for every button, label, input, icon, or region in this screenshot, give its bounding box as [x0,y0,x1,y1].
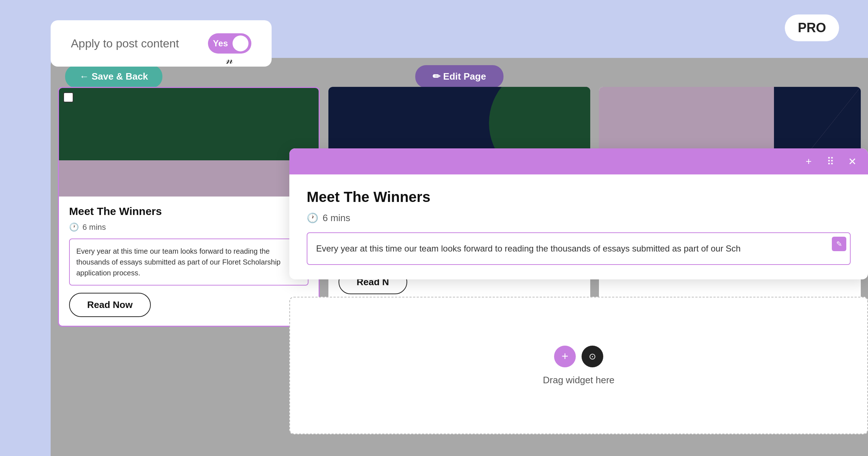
card1-content: Meet The Winners 🕐 6 mins Every year at … [59,197,319,326]
float-panel-meta: 🕐 6 mins [307,212,851,224]
float-panel-title: Meet The Winners [307,189,851,205]
float-excerpt: Every year at this time our team looks f… [316,244,741,253]
float-drag-button[interactable]: ⠿ [823,154,838,169]
float-excerpt-box[interactable]: Every year at this time our team looks f… [307,232,851,265]
pro-badge: PRO [785,14,839,41]
card1-read-time: 6 mins [82,223,106,232]
cursor-icon: 𝓃 [226,53,233,67]
apply-toggle[interactable]: Yes 𝓃 [208,33,251,54]
apply-panel: Apply to post content Yes 𝓃 [51,20,272,67]
float-edit-panel: + ⠿ ✕ Meet The Winners 🕐 6 mins Every ye… [289,148,868,279]
drop-label: Drag widget here [543,375,614,386]
edit-page-button[interactable]: ✏ Edit Page [415,65,503,88]
card1-read-now-button[interactable]: Read Now [69,293,151,317]
card1-meta: 🕐 6 mins [69,223,309,232]
clock-icon: 🕐 [69,223,79,232]
float-clock-icon: 🕐 [307,212,318,224]
card-select-checkbox[interactable] [63,92,73,102]
float-add-button[interactable]: + [801,154,816,169]
drop-zone-icons: + ⊙ [554,346,603,367]
card1-title: Meet The Winners [69,205,309,218]
float-close-button[interactable]: ✕ [845,154,859,169]
float-read-time: 6 mins [323,212,350,224]
card1-image-bottom [59,160,319,197]
toggle-label: Yes [213,38,228,48]
card-1: Meet The Winners 🕐 6 mins Every year at … [58,87,320,327]
apply-panel-label: Apply to post content [71,37,179,50]
float-edit-icon[interactable]: ✎ [832,237,846,251]
drop-plus-button[interactable]: + [554,346,576,367]
float-panel-body: Meet The Winners 🕐 6 mins Every year at … [289,174,868,279]
toggle-knob [233,35,248,51]
save-back-button[interactable]: ← Save & Back [65,65,162,88]
card1-image-top [59,88,319,160]
drop-drag-button[interactable]: ⊙ [582,346,603,367]
card1-excerpt: Every year at this time our team looks f… [76,247,281,277]
editor-area: ← Save & Back ✏ Edit Page Meet The Winne… [51,58,868,456]
float-panel-toolbar: + ⠿ ✕ [289,148,868,174]
toggle-track[interactable]: Yes [208,33,251,54]
drop-zone[interactable]: + ⊙ Drag widget here [289,297,868,434]
card1-excerpt-box[interactable]: Every year at this time our team looks f… [69,238,309,286]
